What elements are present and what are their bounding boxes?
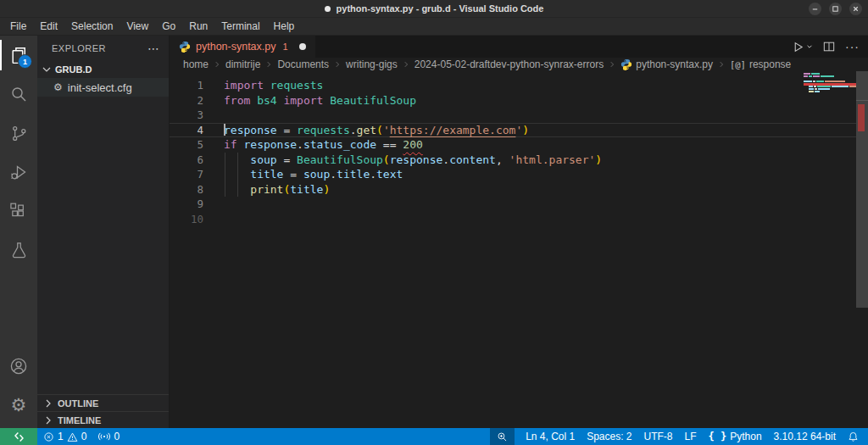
testing-icon — [9, 241, 29, 260]
folder-section-label: GRUB.D — [55, 64, 92, 75]
status-item-remote-indicator[interactable] — [0, 428, 37, 445]
status-item-language-mode[interactable]: { }Python — [703, 428, 768, 445]
code-line-1[interactable]: 1import requests — [170, 78, 868, 93]
breadcrumb-item-response[interactable]: [@]response — [730, 58, 791, 70]
minimap-token — [809, 86, 813, 87]
minimap-token — [809, 88, 814, 90]
menu-item-view[interactable]: View — [120, 19, 155, 34]
run-debug-icon — [8, 162, 29, 182]
code-line-6[interactable]: 6 soup = BeautifulSoup(response.content,… — [170, 153, 868, 168]
breadcrumb-item-documents[interactable]: Documents — [277, 58, 329, 70]
status-item-python-version[interactable]: 3.10.12 64-bit — [768, 428, 842, 445]
activity-bar: 1⚙ — [0, 36, 37, 428]
file-item-init-select-cfg[interactable]: ⚙ init-select.cfg — [37, 78, 169, 97]
minimap-token — [817, 86, 831, 87]
code-line-5[interactable]: 5if response.status_code == 200 — [170, 137, 868, 153]
folder-section-grub-d[interactable]: GRUB.D — [37, 61, 169, 78]
minimap-line — [804, 91, 856, 92]
outline-panel-header[interactable]: OUTLINE — [37, 394, 169, 411]
editor-body: homedimitrijeDocumentswriting-gigs2024-0… — [170, 58, 868, 428]
code-line-2[interactable]: 2from bs4 import BeautifulSoup — [170, 93, 868, 108]
line-text: print(title) — [203, 182, 330, 197]
sidebar-title: EXPLORER — [52, 43, 106, 53]
line-text — [203, 212, 224, 227]
menu-item-edit[interactable]: Edit — [33, 19, 64, 34]
code-line-3[interactable]: 3 — [170, 108, 868, 123]
status-item-encoding[interactable]: UTF-8 — [638, 428, 679, 445]
error-overview-marker — [858, 104, 865, 131]
sidebar-more-actions-icon[interactable]: ⋯ — [147, 42, 160, 55]
status-item-zoom-indicator[interactable] — [490, 428, 515, 445]
outline-panel-label: OUTLINE — [58, 398, 98, 409]
status-item-cursor-position[interactable]: Ln 4, Col 1 — [520, 428, 581, 445]
activity-item-testing[interactable] — [0, 231, 37, 270]
activity-item-account[interactable] — [0, 347, 37, 386]
activity-item-settings[interactable]: ⚙ — [0, 386, 37, 425]
menu-item-selection[interactable]: Selection — [64, 19, 120, 34]
breadcrumb-item-writing-gigs[interactable]: writing-gigs — [346, 58, 398, 70]
code-line-10[interactable]: 10 — [170, 212, 868, 227]
code-line-9[interactable]: 9 — [170, 197, 868, 212]
breadcrumb-separator-icon — [264, 60, 273, 69]
line-number: 4 — [170, 123, 203, 138]
editor-group: python-syntax.py 1 ··· homedimitrijeDocu… — [170, 36, 868, 428]
breadcrumb-item-python-syntax-py[interactable]: python-syntax.py — [620, 58, 713, 70]
account-icon — [8, 356, 29, 376]
chevron-right-icon — [42, 397, 55, 410]
minimap[interactable] — [804, 73, 856, 93]
workbench: 1⚙ EXPLORER ⋯ GRUB.D ⚙ init-select.cfg O… — [0, 36, 868, 428]
code-line-4[interactable]: 4response = requests.get('https://exampl… — [170, 123, 868, 138]
close-window-button[interactable] — [849, 3, 862, 15]
line-text: title = soup.title.text — [203, 167, 403, 182]
menu-item-file[interactable]: File — [3, 19, 33, 34]
menu-item-go[interactable]: Go — [155, 19, 182, 34]
minimap-token — [804, 73, 810, 75]
scrollbar[interactable] — [856, 71, 868, 308]
minimap-token — [809, 75, 812, 77]
file-item-label: init-select.cfg — [68, 81, 132, 94]
status-item-ports[interactable]: 0 — [92, 428, 125, 445]
minimap-token — [811, 73, 820, 75]
timeline-panel-header[interactable]: TIMELINE — [37, 411, 169, 428]
settings-icon: ⚙ — [11, 396, 27, 414]
warning-icon — [67, 431, 78, 442]
minimap-slider-edge — [856, 100, 868, 101]
code-area[interactable]: 1import requests2from bs4 import Beautif… — [170, 71, 868, 428]
minimap-token — [814, 86, 816, 87]
activity-item-extensions[interactable] — [0, 192, 37, 231]
status-bar: 100 Ln 4, Col 1Spaces: 2UTF-8LF{ }Python… — [0, 428, 868, 445]
minimize-window-button[interactable] — [809, 3, 821, 15]
run-python-file-button[interactable] — [792, 41, 813, 53]
menu-bar: FileEditSelectionViewGoRunTerminalHelp — [0, 18, 868, 36]
line-text: if response.status_code == 200 — [203, 137, 423, 153]
split-editor-button[interactable] — [823, 41, 835, 53]
title-bar: python-syntax.py - grub.d - Visual Studi… — [0, 0, 868, 18]
breadcrumb-separator-icon — [717, 60, 726, 69]
activity-item-explorer[interactable]: 1 — [0, 36, 37, 75]
tab-modified-dot-icon[interactable] — [299, 43, 306, 50]
status-item-eol[interactable]: LF — [679, 428, 703, 445]
tab-python-syntax-py[interactable]: python-syntax.py 1 — [170, 36, 315, 58]
modified-dot-icon — [325, 6, 331, 12]
menu-item-terminal[interactable]: Terminal — [214, 19, 266, 34]
activity-item-search[interactable] — [0, 75, 37, 114]
menu-item-run[interactable]: Run — [182, 19, 214, 34]
error-icon — [43, 431, 54, 442]
code-line-8[interactable]: 8 print(title) — [170, 182, 868, 197]
status-item-indentation[interactable]: Spaces: 2 — [581, 428, 637, 445]
breadcrumb-item-home[interactable]: home — [183, 58, 209, 70]
minimap-token — [815, 91, 820, 92]
restore-window-button[interactable] — [829, 3, 842, 15]
status-item-problems[interactable]: 10 — [37, 428, 92, 445]
breadcrumb-item-dimitrije[interactable]: dimitrije — [225, 58, 260, 70]
more-actions-button[interactable]: ··· — [845, 40, 860, 53]
code-line-7[interactable]: 7 title = soup.title.text — [170, 167, 868, 182]
activity-item-run-debug[interactable] — [0, 153, 37, 192]
activity-item-source-control[interactable] — [0, 114, 37, 153]
tab-error-badge: 1 — [283, 42, 288, 52]
line-number: 5 — [170, 137, 203, 153]
status-item-notifications[interactable] — [842, 428, 865, 445]
menu-item-help[interactable]: Help — [267, 19, 302, 34]
breadcrumb-item-2024-05-02-draftdev-python-synrax-errors[interactable]: 2024-05-02-draftdev-python-synrax-errors — [415, 58, 604, 70]
breadcrumb-separator-icon — [402, 60, 410, 69]
